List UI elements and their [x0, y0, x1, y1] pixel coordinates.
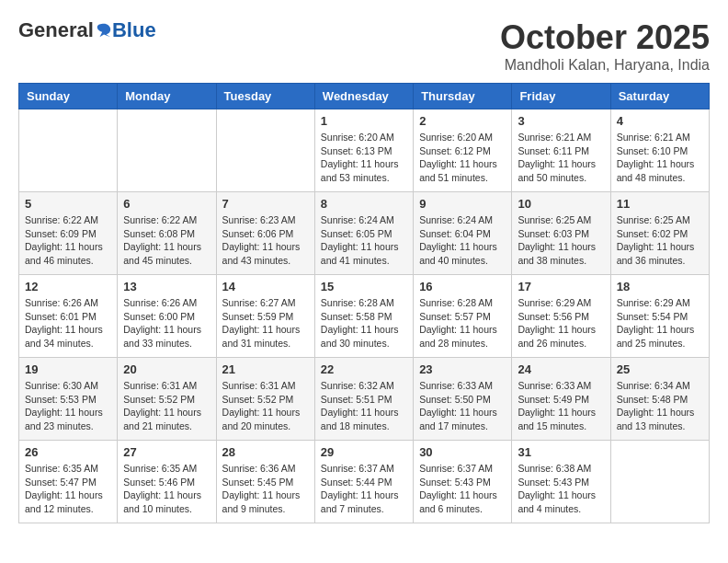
- logo: General Blue: [18, 18, 156, 42]
- day-number: 3: [518, 114, 604, 128]
- day-number: 24: [518, 362, 604, 376]
- day-number: 17: [518, 280, 604, 293]
- calendar-cell: [118, 109, 216, 192]
- day-header-saturday: Saturday: [610, 84, 709, 109]
- day-number: 10: [518, 197, 604, 211]
- day-number: 30: [419, 445, 506, 459]
- day-number: 1: [321, 114, 407, 128]
- day-header-wednesday: Wednesday: [314, 84, 413, 109]
- day-info: Sunrise: 6:26 AM Sunset: 6:01 PM Dayligh…: [25, 296, 111, 350]
- title-area: October 2025 Mandholi Kalan, Haryana, In…: [500, 18, 710, 74]
- calendar-cell: [216, 109, 314, 192]
- calendar-cell: 16Sunrise: 6:28 AM Sunset: 5:57 PM Dayli…: [414, 275, 512, 358]
- day-info: Sunrise: 6:22 AM Sunset: 6:08 PM Dayligh…: [123, 213, 210, 268]
- day-header-monday: Monday: [118, 84, 216, 109]
- day-number: 23: [419, 362, 506, 376]
- calendar-cell: [19, 109, 118, 192]
- calendar-header-row: SundayMondayTuesdayWednesdayThursdayFrid…: [19, 84, 710, 109]
- day-info: Sunrise: 6:28 AM Sunset: 5:57 PM Dayligh…: [419, 296, 506, 350]
- day-number: 16: [419, 280, 506, 293]
- day-info: Sunrise: 6:33 AM Sunset: 5:49 PM Dayligh…: [518, 379, 604, 433]
- day-info: Sunrise: 6:20 AM Sunset: 6:13 PM Dayligh…: [321, 131, 407, 185]
- day-info: Sunrise: 6:21 AM Sunset: 6:11 PM Dayligh…: [518, 131, 604, 185]
- calendar-cell: [610, 441, 709, 523]
- day-info: Sunrise: 6:23 AM Sunset: 6:06 PM Dayligh…: [222, 213, 309, 268]
- day-number: 9: [419, 197, 506, 211]
- day-info: Sunrise: 6:25 AM Sunset: 6:03 PM Dayligh…: [518, 213, 604, 268]
- logo-blue-text: Blue: [112, 18, 156, 42]
- calendar-cell: 21Sunrise: 6:31 AM Sunset: 5:52 PM Dayli…: [216, 358, 314, 441]
- day-info: Sunrise: 6:24 AM Sunset: 6:04 PM Dayligh…: [419, 213, 506, 268]
- day-number: 13: [123, 280, 210, 293]
- day-header-friday: Friday: [512, 84, 610, 109]
- day-number: 20: [123, 362, 210, 376]
- calendar-cell: 9Sunrise: 6:24 AM Sunset: 6:04 PM Daylig…: [414, 192, 512, 275]
- day-info: Sunrise: 6:31 AM Sunset: 5:52 PM Dayligh…: [123, 379, 210, 433]
- calendar-cell: 28Sunrise: 6:36 AM Sunset: 5:45 PM Dayli…: [216, 441, 314, 523]
- day-info: Sunrise: 6:37 AM Sunset: 5:43 PM Dayligh…: [419, 462, 506, 516]
- page-header: General Blue October 2025 Mandholi Kalan…: [18, 18, 710, 74]
- day-number: 5: [25, 197, 111, 211]
- day-info: Sunrise: 6:20 AM Sunset: 6:12 PM Dayligh…: [419, 131, 506, 185]
- calendar-cell: 14Sunrise: 6:27 AM Sunset: 5:59 PM Dayli…: [216, 275, 314, 358]
- calendar-cell: 24Sunrise: 6:33 AM Sunset: 5:49 PM Dayli…: [512, 358, 610, 441]
- calendar-cell: 25Sunrise: 6:34 AM Sunset: 5:48 PM Dayli…: [610, 358, 709, 441]
- day-number: 31: [518, 445, 604, 459]
- calendar-cell: 26Sunrise: 6:35 AM Sunset: 5:47 PM Dayli…: [19, 441, 118, 523]
- day-info: Sunrise: 6:25 AM Sunset: 6:02 PM Dayligh…: [617, 213, 703, 268]
- day-info: Sunrise: 6:30 AM Sunset: 5:53 PM Dayligh…: [25, 379, 111, 433]
- day-number: 28: [222, 445, 309, 459]
- day-info: Sunrise: 6:35 AM Sunset: 5:47 PM Dayligh…: [25, 462, 111, 516]
- calendar-cell: 10Sunrise: 6:25 AM Sunset: 6:03 PM Dayli…: [512, 192, 610, 275]
- calendar-cell: 29Sunrise: 6:37 AM Sunset: 5:44 PM Dayli…: [314, 441, 413, 523]
- calendar-cell: 4Sunrise: 6:21 AM Sunset: 6:10 PM Daylig…: [610, 109, 709, 192]
- day-number: 12: [25, 280, 111, 293]
- day-info: Sunrise: 6:26 AM Sunset: 6:00 PM Dayligh…: [123, 296, 210, 350]
- day-info: Sunrise: 6:24 AM Sunset: 6:05 PM Dayligh…: [321, 213, 407, 268]
- calendar-week-row: 5Sunrise: 6:22 AM Sunset: 6:09 PM Daylig…: [19, 192, 710, 275]
- day-number: 4: [617, 114, 703, 128]
- day-number: 26: [25, 445, 111, 459]
- day-header-sunday: Sunday: [19, 84, 118, 109]
- day-number: 27: [123, 445, 210, 459]
- calendar-cell: 15Sunrise: 6:28 AM Sunset: 5:58 PM Dayli…: [314, 275, 413, 358]
- calendar-cell: 22Sunrise: 6:32 AM Sunset: 5:51 PM Dayli…: [314, 358, 413, 441]
- calendar-cell: 17Sunrise: 6:29 AM Sunset: 5:56 PM Dayli…: [512, 275, 610, 358]
- calendar-cell: 23Sunrise: 6:33 AM Sunset: 5:50 PM Dayli…: [414, 358, 512, 441]
- day-number: 25: [617, 362, 703, 376]
- calendar-table: SundayMondayTuesdayWednesdayThursdayFrid…: [18, 83, 710, 523]
- day-number: 21: [222, 362, 309, 376]
- day-number: 11: [617, 197, 703, 211]
- calendar-cell: 7Sunrise: 6:23 AM Sunset: 6:06 PM Daylig…: [216, 192, 314, 275]
- calendar-week-row: 26Sunrise: 6:35 AM Sunset: 5:47 PM Dayli…: [19, 441, 710, 523]
- calendar-cell: 5Sunrise: 6:22 AM Sunset: 6:09 PM Daylig…: [19, 192, 118, 275]
- day-info: Sunrise: 6:29 AM Sunset: 5:54 PM Dayligh…: [617, 296, 703, 350]
- day-info: Sunrise: 6:33 AM Sunset: 5:50 PM Dayligh…: [419, 379, 506, 433]
- month-title: October 2025: [500, 18, 710, 57]
- calendar-cell: 18Sunrise: 6:29 AM Sunset: 5:54 PM Dayli…: [610, 275, 709, 358]
- day-number: 6: [123, 197, 210, 211]
- day-info: Sunrise: 6:22 AM Sunset: 6:09 PM Dayligh…: [25, 213, 111, 268]
- day-number: 29: [321, 445, 407, 459]
- day-number: 2: [419, 114, 506, 128]
- calendar-cell: 3Sunrise: 6:21 AM Sunset: 6:11 PM Daylig…: [512, 109, 610, 192]
- day-number: 8: [321, 197, 407, 211]
- day-info: Sunrise: 6:28 AM Sunset: 5:58 PM Dayligh…: [321, 296, 407, 350]
- day-info: Sunrise: 6:38 AM Sunset: 5:43 PM Dayligh…: [518, 462, 604, 516]
- calendar-week-row: 12Sunrise: 6:26 AM Sunset: 6:01 PM Dayli…: [19, 275, 710, 358]
- calendar-cell: 27Sunrise: 6:35 AM Sunset: 5:46 PM Dayli…: [118, 441, 216, 523]
- calendar-week-row: 19Sunrise: 6:30 AM Sunset: 5:53 PM Dayli…: [19, 358, 710, 441]
- calendar-cell: 19Sunrise: 6:30 AM Sunset: 5:53 PM Dayli…: [19, 358, 118, 441]
- day-number: 19: [25, 362, 111, 376]
- calendar-cell: 8Sunrise: 6:24 AM Sunset: 6:05 PM Daylig…: [314, 192, 413, 275]
- day-number: 15: [321, 280, 407, 293]
- calendar-cell: 6Sunrise: 6:22 AM Sunset: 6:08 PM Daylig…: [118, 192, 216, 275]
- location-text: Mandholi Kalan, Haryana, India: [500, 57, 710, 74]
- day-number: 7: [222, 197, 309, 211]
- day-number: 22: [321, 362, 407, 376]
- calendar-cell: 31Sunrise: 6:38 AM Sunset: 5:43 PM Dayli…: [512, 441, 610, 523]
- calendar-cell: 12Sunrise: 6:26 AM Sunset: 6:01 PM Dayli…: [19, 275, 118, 358]
- day-info: Sunrise: 6:27 AM Sunset: 5:59 PM Dayligh…: [222, 296, 309, 350]
- day-info: Sunrise: 6:36 AM Sunset: 5:45 PM Dayligh…: [222, 462, 309, 516]
- calendar-cell: 1Sunrise: 6:20 AM Sunset: 6:13 PM Daylig…: [314, 109, 413, 192]
